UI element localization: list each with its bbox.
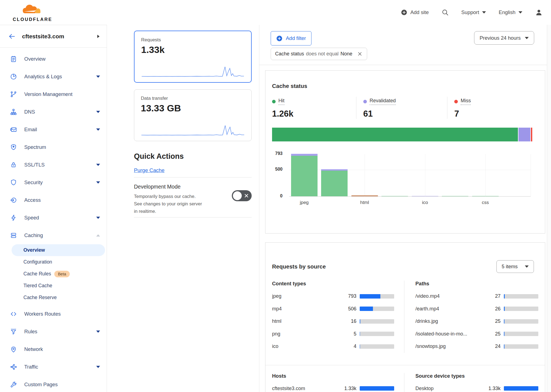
path-value: 24 <box>488 343 501 349</box>
stacked-bar-revalidated <box>518 128 530 141</box>
chevron-down-icon <box>96 111 100 113</box>
revalidated-label[interactable]: Revalidated <box>370 98 396 105</box>
sidebar-subitem-configuration[interactable]: Configuration <box>12 256 105 268</box>
path-label: /snowtops.jpg <box>415 343 486 349</box>
plus-circle-icon <box>276 35 283 42</box>
stacked-bar-hit <box>272 128 518 141</box>
scrollbar[interactable] <box>547 25 551 392</box>
development-mode-toggle[interactable] <box>232 190 252 201</box>
sidebar-item-security[interactable]: Security <box>0 174 107 191</box>
hit-value: 1.26k <box>272 109 356 119</box>
hit-label[interactable]: Hit <box>278 98 284 105</box>
time-range-dropdown[interactable]: Previous 24 hours <box>474 31 534 45</box>
filter-bar: Add filter Cache status does not equal N… <box>271 31 551 60</box>
sidebar-item-label: Workers Routes <box>24 311 100 317</box>
requests-card[interactable]: Requests 1.33k <box>134 31 252 83</box>
remove-filter-x-icon[interactable] <box>357 51 363 57</box>
language-menu[interactable]: English <box>499 9 522 15</box>
site-header: cftestsite3.com <box>0 25 107 48</box>
add-filter-label: Add filter <box>286 35 306 41</box>
support-label: Support <box>461 9 479 15</box>
bar-slot-4 <box>381 196 408 196</box>
path-label: /isolated-house-in-mo... <box>415 331 486 337</box>
dns-icon <box>10 108 17 116</box>
sidebar-item-version-management[interactable]: Version Management <box>0 85 107 103</box>
content-type-value: 793 <box>344 293 356 299</box>
y-axis-tick: 0 <box>272 194 285 198</box>
chevron-down-icon <box>96 128 100 131</box>
add-filter-button[interactable]: Add filter <box>271 31 311 45</box>
path-row: /isolated-house-in-mo...25 <box>415 328 538 340</box>
content-type-bar <box>360 307 394 311</box>
cache-status-stacked-bar <box>272 128 532 141</box>
host-row: cftestsite3.com1.33k <box>272 382 394 392</box>
sidebar-item-analytics-logs[interactable]: Analytics & Logs <box>0 68 107 85</box>
path-bar <box>504 332 538 336</box>
sidebar-item-ssl-tls[interactable]: SSL/TLS <box>0 156 107 174</box>
purge-cache-link[interactable]: Purge Cache <box>134 167 165 173</box>
search-icon <box>442 9 449 16</box>
bar-html <box>351 195 378 196</box>
path-row: /drinks.jpg25 <box>415 315 538 328</box>
sidebar-subitem-cache-rules[interactable]: Cache RulesBeta <box>12 268 105 280</box>
x-axis-label: css <box>482 200 489 205</box>
sidebar-item-email[interactable]: Email <box>0 121 107 138</box>
y-axis-tick: 793 <box>272 151 285 156</box>
stat-revalidated: Revalidated 61 <box>356 97 447 119</box>
back-arrow-icon[interactable] <box>8 33 15 40</box>
sidebar-item-spectrum[interactable]: Spectrum <box>0 138 107 156</box>
site-name: cftestsite3.com <box>22 33 91 40</box>
sidebar-item-custom-pages[interactable]: Custom Pages <box>0 376 107 392</box>
path-bar <box>504 344 538 349</box>
cache-status-card: Cache status Hit 1.26k Revalidated 61 Mi… <box>265 70 545 233</box>
sidebar-item-speed[interactable]: Speed <box>0 209 107 227</box>
revalidated-value: 61 <box>363 109 447 119</box>
traffic-icon <box>10 363 17 370</box>
network-icon <box>10 346 17 353</box>
sidebar-item-access[interactable]: Access <box>0 191 107 209</box>
support-menu[interactable]: Support <box>461 9 486 15</box>
path-bar <box>504 294 538 299</box>
path-bar <box>504 307 538 311</box>
chevron-down-icon <box>96 76 100 78</box>
caching-subnav: OverviewConfigurationCache RulesBetaTier… <box>0 244 107 305</box>
add-site-button[interactable]: Add site <box>401 9 429 16</box>
path-row: /snowtops.jpg24 <box>415 340 538 353</box>
subitem-label: Overview <box>23 247 45 253</box>
x-axis-label: html <box>360 200 369 205</box>
filter-value: None <box>340 51 352 57</box>
development-mode-description: Temporarily bypass our cache. See change… <box>134 193 203 215</box>
filter-field: Cache status <box>275 51 304 57</box>
items-count-dropdown[interactable]: 5 items <box>496 260 534 273</box>
language-label: English <box>499 9 515 15</box>
miss-label[interactable]: Miss <box>461 98 471 105</box>
account-menu[interactable] <box>535 9 543 16</box>
miss-dot-icon <box>454 100 458 103</box>
sidebar-item-caching[interactable]: Caching <box>0 227 107 244</box>
sidebar-item-traffic[interactable]: Traffic <box>0 358 107 376</box>
filter-chip[interactable]: Cache status does not equal None <box>271 48 367 60</box>
sidebar-item-overview[interactable]: Overview <box>0 50 107 68</box>
stat-hit: Hit 1.26k <box>272 97 356 119</box>
sidebar-item-workers-routes[interactable]: Workers Routes <box>0 305 107 323</box>
sidebar-subitem-tiered-cache[interactable]: Tiered Cache <box>12 280 105 292</box>
host-bar <box>360 386 394 391</box>
x-axis-label: ico <box>422 200 428 205</box>
divider <box>134 217 252 218</box>
content-type-value: 506 <box>344 306 356 312</box>
cloudflare-logo[interactable]: CLOUDFLARE <box>8 3 57 22</box>
cache-status-column-chart: 0500793 jpeghtmlicocss <box>272 154 538 209</box>
subitem-label: Cache Rules <box>23 271 51 277</box>
data-transfer-card[interactable]: Data transfer 13.33 GB <box>134 89 252 141</box>
items-count-label: 5 items <box>502 264 518 270</box>
chevron-right-icon[interactable] <box>97 35 100 38</box>
bar-ico <box>412 196 438 196</box>
sidebar-subitem-cache-reserve[interactable]: Cache Reserve <box>12 292 105 304</box>
sidebar-item-dns[interactable]: DNS <box>0 103 107 121</box>
requests-by-source-card: Requests by source 5 items Content types… <box>265 242 545 392</box>
search-button[interactable] <box>442 9 449 16</box>
sidebar-item-network[interactable]: Network <box>0 340 107 358</box>
content-type-label: png <box>272 331 342 337</box>
sidebar-subitem-overview[interactable]: Overview <box>12 244 105 256</box>
sidebar-item-rules[interactable]: Rules <box>0 323 107 340</box>
